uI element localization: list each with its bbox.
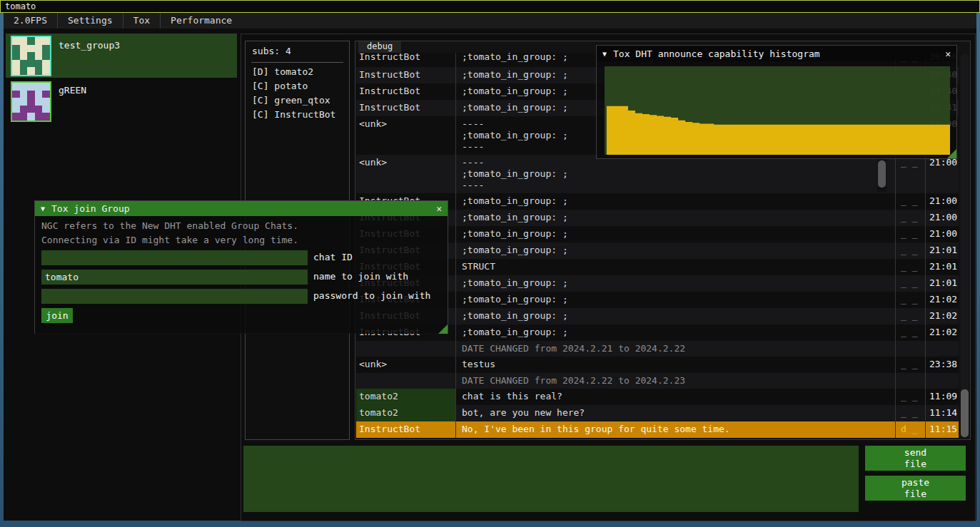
avatar-pixel [27,113,35,121]
avatar-pixel [12,113,20,121]
avatar-pixel [12,106,20,113]
join-field-label: chat ID [313,252,353,262]
tab-debug[interactable]: debug [358,41,401,53]
avatar-pixel [20,91,28,98]
delivery-status-icon: _ _ [895,193,925,210]
sender-name: <unk> [356,357,455,373]
histogram-title: Tox DHT announce capability histogram [613,48,945,59]
os-titlebar[interactable]: tomato [0,0,980,13]
join-field-label: password to join with [313,290,430,301]
paste-file-button[interactable]: paste file [865,476,966,501]
avatar-pixel [42,98,50,106]
avatar-pixel [35,98,43,106]
timestamp: 11:09 [925,389,959,405]
avatar-pixel [12,52,20,60]
sender-name: InstructBot [356,83,455,100]
message-text: STRUCT [455,259,895,275]
avatar-pixel [35,91,43,98]
close-icon[interactable]: ✕ [945,48,951,59]
avatar-pixel [27,106,35,113]
avatar-pixel [42,60,50,68]
join-input-password-to-join-with[interactable] [41,289,308,304]
chat-scrollbar[interactable] [961,53,969,439]
window-title: tomato [5,1,36,11]
delivery-status-icon: _ _ [895,226,925,242]
message-row[interactable]: InstructBotNo, I've been in this group f… [356,421,959,438]
delivery-status-icon [895,373,925,389]
message-row[interactable]: tomato2chat is this real?_ _11:09 [356,389,959,405]
message-scrollbar[interactable] [877,156,886,192]
member-list: [D] tomato2[C] potato[C] green_qtox[C] I… [246,65,349,122]
join-description-line2: Connecting via ID might take a very long… [41,235,298,245]
join-button[interactable]: join [41,308,73,323]
group-avatar [11,81,51,122]
delivery-status-icon: _ _ [895,389,925,405]
avatar-pixel [12,60,20,68]
avatar-pixel [27,98,35,106]
send-file-button[interactable]: send file [865,446,966,471]
avatar-pixel [20,113,28,121]
message-text: ;tomato_in_group: ; [455,210,895,226]
message-scrollbar-thumb[interactable] [878,160,886,188]
histogram-titlebar[interactable]: ▼ Tox DHT announce capability histogram … [597,46,956,61]
member-item[interactable]: [D] tomato2 [246,65,349,79]
resize-grip[interactable] [438,324,448,334]
avatar-pixel [42,113,50,121]
app-window: tomato 2.0FPSSettingsToxPerformance test… [0,0,980,527]
delivery-status-icon: _ _ [895,308,925,324]
member-item[interactable]: [C] potato [246,79,349,93]
avatar-pixel [27,60,35,68]
avatar-pixel [12,83,20,91]
avatar-pixel [42,83,50,91]
collapse-icon[interactable]: ▼ [41,205,45,213]
join-group-titlebar[interactable]: ▼ Tox join Group ✕ [35,201,448,216]
member-item[interactable]: [C] green_qtox [246,93,349,108]
avatar-pixel [35,52,43,60]
menu-bar: 2.0FPSSettingsToxPerformance [4,13,976,29]
join-group-body: NGC refers to the New DHT enabled Group … [35,216,448,334]
timestamp: 21:02 [925,292,959,308]
message-text: ;tomato_in_group: ; [455,226,895,242]
join-field-chat-id [41,250,308,265]
avatar-pixel [20,37,28,45]
message-row[interactable]: tomato2bot, are you new here?_ _11:14 [356,405,959,421]
message-row[interactable]: <unk>---- ;tomato_in_group: ; ----_ _21:… [356,155,959,193]
message-text: ;tomato_in_group: ; [455,308,895,324]
date-separator-row: DATE CHANGED from 2024.2.22 to 2024.2.23 [356,373,959,389]
message-row[interactable]: <unk>testus_ _23:38 [356,357,959,373]
histogram-plot[interactable] [605,66,950,155]
message-text: DATE CHANGED from 2024.2.22 to 2024.2.23 [455,373,895,389]
avatar-pixel [42,106,50,113]
timestamp: 21:01 [925,259,959,275]
collapse-icon[interactable]: ▼ [602,50,607,58]
delivery-status-icon: _ _ [895,259,925,275]
timestamp: 21:01 [925,242,959,259]
group-avatar [11,36,51,76]
join-description-line1: NGC refers to the New DHT enabled Group … [41,220,298,231]
join-input-name-to-join-with[interactable] [41,270,308,285]
avatar-pixel [27,52,35,60]
message-input[interactable] [243,446,859,512]
menu-item-settings[interactable]: Settings [58,13,123,29]
avatar-pixel [20,67,28,75]
timestamp: 23:38 [925,357,959,373]
avatar-pixel [27,37,35,45]
message-text: ;tomato_in_group: ; [455,193,895,210]
avatar-pixel [20,106,28,113]
timestamp: 11:14 [925,405,959,421]
delivery-status-icon: _ _ [895,292,925,308]
sender-name: InstructBot [356,100,455,116]
sender-name: <unk> [356,116,455,155]
member-item[interactable]: [C] InstructBot [246,108,349,122]
timestamp: 21:00 [925,210,959,226]
avatar-pixel [35,60,43,68]
menu-item-tox[interactable]: Tox [123,13,161,29]
date-separator-row: DATE CHANGED from 2024.2.21 to 2024.2.22 [356,341,959,357]
menu-item-performance[interactable]: Performance [161,13,242,29]
delivery-status-icon: _ _ [895,210,925,226]
close-icon[interactable]: ✕ [436,203,442,214]
join-input-chat-id[interactable] [41,250,308,265]
chat-scrollbar-thumb[interactable] [961,389,969,437]
resize-grip[interactable] [947,149,956,158]
avatar-pixel [20,45,28,53]
